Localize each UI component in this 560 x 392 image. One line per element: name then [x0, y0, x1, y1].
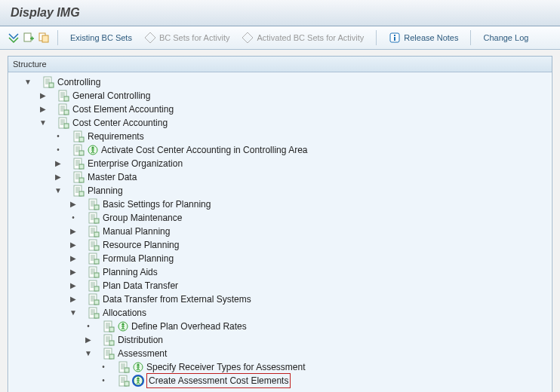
doc-icon[interactable]	[88, 212, 100, 224]
tree-node-distribution[interactable]: ▶Distribution	[8, 333, 552, 347]
tree-node-planning-aids[interactable]: ▶Planning Aids	[8, 265, 552, 279]
toggle-icon[interactable]: ▶	[69, 281, 78, 290]
tree-node-label[interactable]: Cost Element Accounting	[72, 103, 174, 116]
tree-node-resource-planning[interactable]: ▶Resource Planning	[8, 238, 552, 252]
tree-node-label[interactable]: Group Maintenance	[103, 211, 182, 225]
tree-node-assessment[interactable]: ▼Assessment	[8, 347, 552, 360]
tree-node-label[interactable]: Enterprise Organization	[88, 157, 183, 170]
tree-node-create-assessment-ce[interactable]: •Create Assessment Cost Elements	[8, 374, 552, 387]
toggle-icon[interactable]: ▶	[69, 295, 78, 304]
expand-all-icon[interactable]	[8, 32, 20, 44]
tree-node-data-transfer-ext[interactable]: ▶Data Transfer from External Systems	[8, 292, 552, 306]
tree-node-group-maintenance[interactable]: •Group Maintenance	[8, 211, 552, 225]
doc-icon[interactable]	[88, 198, 100, 210]
tree-node-define-plan-overhead[interactable]: •Define Plan Overhead Rates	[8, 320, 552, 333]
tree-node-specify-receiver[interactable]: •Specify Receiver Types for Assessment	[8, 360, 552, 374]
doc-icon[interactable]	[88, 225, 100, 237]
tree-node-controlling[interactable]: ▼Controlling	[8, 75, 552, 89]
tree-node-manual-planning[interactable]: ▶Manual Planning	[8, 225, 552, 238]
doc-icon[interactable]	[88, 307, 100, 319]
toggle-icon[interactable]: ▶	[69, 268, 78, 277]
toggle-icon[interactable]: ▼	[54, 186, 63, 195]
toggle-icon[interactable]: ▶	[38, 91, 48, 100]
doc-icon[interactable]	[103, 320, 115, 332]
tree-node-label[interactable]: Master Data	[88, 170, 137, 184]
tree-node-enterprise-org[interactable]: ▶Enterprise Organization	[8, 157, 552, 170]
toggle-icon[interactable]: ▶	[38, 105, 48, 114]
execute-icon[interactable]	[133, 362, 143, 372]
doc-icon[interactable]	[88, 239, 100, 251]
tree[interactable]: ▼Controlling▶General Controlling▶Cost El…	[8, 72, 552, 392]
tree-node-label[interactable]: Allocations	[103, 306, 146, 320]
toggle-icon[interactable]: ▶	[69, 227, 78, 236]
execute-icon[interactable]	[118, 321, 128, 332]
doc-icon[interactable]	[72, 158, 85, 170]
tree-node-label[interactable]: Resource Planning	[103, 238, 179, 252]
tree-node-label[interactable]: Plan Data Transfer	[103, 279, 178, 292]
where-used-icon[interactable]	[38, 32, 50, 44]
doc-icon[interactable]	[72, 130, 85, 142]
tree-node-label[interactable]: Requirements	[88, 130, 144, 143]
toggle-icon[interactable]: ▶	[54, 173, 63, 182]
tree-node-requirements[interactable]: •Requirements	[8, 130, 552, 143]
doc-icon[interactable]	[88, 293, 100, 305]
toggle-icon[interactable]: ▶	[69, 200, 78, 209]
toggle-icon: •	[54, 132, 63, 141]
toggle-icon[interactable]: ▶	[84, 335, 93, 345]
tree-node-label[interactable]: Planning Aids	[103, 265, 158, 279]
bc-sets-for-activity-button[interactable]: BC Sets for Activity	[140, 29, 235, 46]
toggle-icon[interactable]: ▼	[84, 349, 93, 358]
execute-icon[interactable]	[88, 145, 98, 155]
change-log-button[interactable]: Change Log	[478, 29, 533, 46]
doc-icon[interactable]	[57, 90, 69, 102]
tree-node-planning[interactable]: ▼Planning	[8, 184, 552, 198]
tree-node-cost-center-accounting[interactable]: ▼Cost Center Accounting	[8, 116, 552, 130]
tree-node-label[interactable]: Formula Planning	[103, 252, 174, 265]
tree-node-label[interactable]: Data Transfer from External Systems	[103, 292, 251, 306]
doc-icon[interactable]	[88, 280, 100, 292]
add-node-icon[interactable]	[23, 32, 35, 44]
execute-icon[interactable]	[133, 375, 143, 386]
tree-node-plan-data-transfer[interactable]: ▶Plan Data Transfer	[8, 279, 552, 292]
toggle-icon[interactable]: ▶	[54, 159, 63, 168]
tree-node-label[interactable]: Specify Receiver Types for Assessment	[146, 360, 306, 374]
doc-icon[interactable]	[57, 103, 69, 115]
tree-node-label[interactable]: Planning	[88, 184, 123, 198]
tree-node-allocations[interactable]: ▼Allocations	[8, 306, 552, 320]
tree-node-general-controlling[interactable]: ▶General Controlling	[8, 89, 552, 103]
tree-node-formula-planning[interactable]: ▶Formula Planning	[8, 252, 552, 265]
release-notes-button[interactable]: Release Notes	[384, 29, 463, 46]
tree-node-label[interactable]: Distribution	[118, 333, 163, 347]
activated-bc-sets-button[interactable]: Activated BC Sets for Activity	[237, 29, 368, 46]
doc-icon[interactable]	[88, 253, 100, 265]
doc-icon[interactable]	[57, 117, 69, 129]
doc-icon[interactable]	[118, 361, 130, 373]
doc-icon[interactable]	[118, 375, 130, 387]
doc-icon[interactable]	[88, 266, 100, 278]
doc-icon[interactable]	[42, 76, 54, 88]
toggle-icon[interactable]: ▼	[38, 118, 48, 127]
toggle-icon[interactable]: ▶	[69, 254, 78, 263]
toggle-icon[interactable]: ▶	[69, 240, 78, 250]
tree-node-label[interactable]: Manual Planning	[103, 225, 170, 238]
tree-node-master-data[interactable]: ▶Master Data	[8, 170, 552, 184]
doc-icon[interactable]	[72, 171, 85, 183]
tree-node-label[interactable]: Assessment	[118, 347, 167, 360]
existing-bc-sets-button[interactable]: Existing BC Sets	[66, 29, 137, 46]
tree-node-label[interactable]: Basic Settings for Planning	[103, 198, 211, 211]
tree-node-basic-settings[interactable]: ▶Basic Settings for Planning	[8, 198, 552, 211]
doc-icon[interactable]	[72, 144, 85, 156]
tree-node-label[interactable]: Create Assessment Cost Elements	[146, 373, 291, 388]
tree-node-label[interactable]: Define Plan Overhead Rates	[131, 320, 247, 333]
tree-node-label[interactable]: General Controlling	[72, 89, 150, 103]
doc-icon[interactable]	[72, 185, 85, 197]
doc-icon[interactable]	[103, 334, 115, 346]
tree-node-activate-ccac[interactable]: •Activate Cost Center Accounting in Cont…	[8, 143, 552, 157]
toggle-icon[interactable]: ▼	[69, 308, 78, 317]
tree-node-label[interactable]: Controlling	[57, 75, 100, 89]
doc-icon[interactable]	[103, 348, 115, 360]
toggle-icon[interactable]: ▼	[23, 78, 32, 87]
tree-node-label[interactable]: Activate Cost Center Accounting in Contr…	[101, 143, 307, 157]
tree-node-cost-element-accounting[interactable]: ▶Cost Element Accounting	[8, 103, 552, 116]
tree-node-label[interactable]: Cost Center Accounting	[72, 116, 168, 130]
